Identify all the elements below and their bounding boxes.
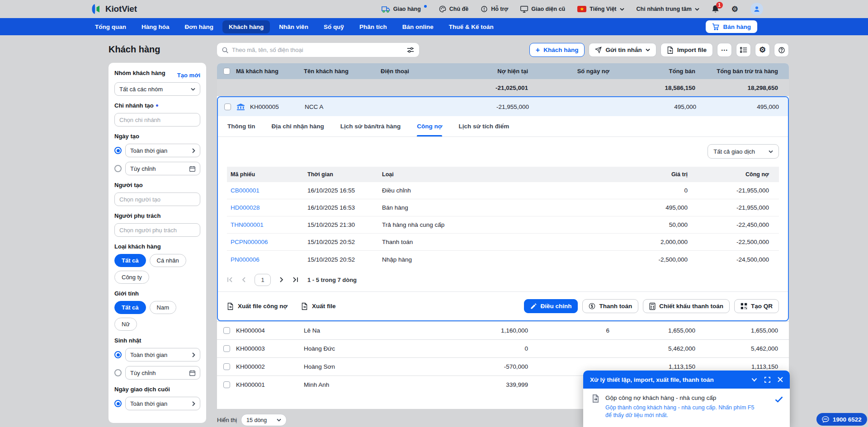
settings-button[interactable]: ⚙︎ xyxy=(731,5,738,13)
delivery-link[interactable]: Giao hàng xyxy=(382,6,427,13)
close-icon[interactable] xyxy=(778,377,783,382)
gender-all-pill[interactable]: Tất cả xyxy=(114,301,146,314)
birthday-label: Sinh nhật xyxy=(114,337,200,344)
next-page-icon[interactable] xyxy=(280,277,283,282)
list-columns-icon xyxy=(740,47,747,53)
sell-button[interactable]: Bán hàng xyxy=(706,20,757,33)
customer-row[interactable]: KH000004 Lê Na 1,160,000 6 1,655,000 1,6… xyxy=(217,321,789,339)
created-all-time-radio[interactable] xyxy=(114,147,122,154)
tab-tich-diem[interactable]: Lịch sử tích điểm xyxy=(458,116,509,136)
assignee-input[interactable]: Chọn người phụ trách xyxy=(114,223,200,237)
document-link[interactable]: PN000006 xyxy=(231,256,307,263)
created-custom-radio[interactable] xyxy=(114,165,122,172)
import-file-button[interactable]: Import file xyxy=(660,43,713,57)
expanded-customer-row[interactable]: KH000005 NCC A -21,955,000 495,000 495,0… xyxy=(218,97,788,116)
gender-male-pill[interactable]: Nam xyxy=(150,301,176,314)
tab-lich-su-ban[interactable]: Lịch sử bán/trả hàng xyxy=(340,116,401,136)
row-checkbox[interactable] xyxy=(224,103,231,110)
filter-sliders-icon[interactable] xyxy=(407,47,414,53)
birthday-custom-radio[interactable] xyxy=(114,369,122,376)
expand-icon[interactable] xyxy=(764,377,770,383)
document-link[interactable]: THN000001 xyxy=(231,221,307,228)
theme-link[interactable]: Chủ đề xyxy=(439,5,468,13)
nav-ban-online[interactable]: Bán online xyxy=(396,20,440,33)
table-settings-button[interactable]: ⚙︎ xyxy=(755,43,770,57)
prev-page-icon[interactable] xyxy=(242,277,245,282)
tab-thong-tin[interactable]: Thông tin xyxy=(227,116,255,136)
nav-thue-ke-toan[interactable]: Thuế & Kế toán xyxy=(443,20,500,33)
nav-so-quy[interactable]: Sổ quỹ xyxy=(317,20,350,33)
current-page[interactable]: 1 xyxy=(255,274,271,286)
nav-phan-tich[interactable]: Phân tích xyxy=(353,20,393,33)
create-group-link[interactable]: Tạo mới xyxy=(177,72,200,79)
row-checkbox[interactable] xyxy=(223,345,230,352)
birthday-all-time-select[interactable]: Toàn thời gian xyxy=(125,348,200,361)
export-file-button[interactable]: Xuất file xyxy=(301,303,336,310)
type-company-pill[interactable]: Công ty xyxy=(114,271,149,284)
pay-button[interactable]: Thanh toán xyxy=(582,299,638,313)
nav-nhan-vien[interactable]: Nhân viên xyxy=(273,20,315,33)
send-message-button[interactable]: Gửi tin nhắn xyxy=(589,43,656,57)
branch-input[interactable]: Chọn chi nhánh xyxy=(114,113,200,127)
chat-bubble-icon xyxy=(822,416,829,422)
select-all-checkbox[interactable] xyxy=(223,68,230,75)
language-selector[interactable]: ★ Tiếng Việt xyxy=(577,6,624,12)
nav-khach-hang[interactable]: Khách hàng xyxy=(222,20,270,33)
notification-item[interactable]: Gộp công nợ khách hàng - nhà cung cấp Gộ… xyxy=(583,389,790,419)
group-select[interactable]: Tất cả các nhóm xyxy=(114,82,200,96)
type-personal-pill[interactable]: Cá nhân xyxy=(150,254,186,267)
collapse-chevron-icon[interactable] xyxy=(751,378,757,382)
tab-dia-chi[interactable]: Địa chỉ nhận hàng xyxy=(271,116,324,136)
transaction-filter-select[interactable]: Tất cả giao dịch xyxy=(708,144,779,159)
gender-label: Giới tính xyxy=(114,290,200,297)
last-tx-all-time-select[interactable]: Toàn thời gian xyxy=(125,397,200,410)
column-settings-button[interactable] xyxy=(736,43,751,57)
adjust-button[interactable]: Điều chỉnh xyxy=(524,299,578,313)
notification-item-title: Gộp công nợ khách hàng - nhà cung cấp xyxy=(605,394,769,401)
merge-file-icon xyxy=(592,394,599,403)
branch-selector[interactable]: Chi nhánh trung tâm xyxy=(637,6,699,12)
add-customer-button[interactable]: + Khách hàng xyxy=(529,43,585,57)
old-ui-link[interactable]: Giao diện cũ xyxy=(520,6,565,13)
tab-cong-no[interactable]: Công nợ xyxy=(417,116,442,136)
table-header-row: Mã khách hàng Tên khách hàng Điện thoại … xyxy=(217,63,789,79)
customer-row[interactable]: KH000003 Hoàng Đức 0 5,462,000 5,462,000 xyxy=(217,339,789,357)
birthday-custom-select[interactable]: Tùy chỉnh xyxy=(125,366,200,380)
created-custom-select[interactable]: Tùy chỉnh xyxy=(125,162,200,175)
kiotviet-logo[interactable]: KiotViet xyxy=(90,3,137,15)
export-debt-file-button[interactable]: Xuất file công nợ xyxy=(227,303,288,310)
nav-hang-hoa[interactable]: Hàng hóa xyxy=(135,20,176,33)
document-link[interactable]: CB000001 xyxy=(231,187,307,194)
more-actions-button[interactable]: ⋯ xyxy=(717,43,732,57)
first-page-icon[interactable] xyxy=(227,277,233,282)
support-link[interactable]: Hỗ trợ xyxy=(481,5,508,13)
last-tx-all-time-radio[interactable] xyxy=(114,400,122,407)
payment-discount-button[interactable]: Chiết khấu thanh toán xyxy=(643,299,730,313)
nav-don-hang[interactable]: Đơn hàng xyxy=(179,20,220,33)
chevron-down-icon xyxy=(620,8,624,11)
rows-per-page-select[interactable]: 15 dòng xyxy=(241,414,287,426)
truck-icon xyxy=(382,6,390,13)
create-qr-button[interactable]: Tạo QR xyxy=(734,299,779,313)
creator-input[interactable]: Chọn người tạo xyxy=(114,192,200,206)
document-link[interactable]: PCPN000006 xyxy=(231,239,307,245)
customer-total: 495,000 xyxy=(617,103,703,110)
support-hotline-button[interactable]: 1900 6522 xyxy=(816,413,867,426)
document-link[interactable]: HD000028 xyxy=(231,204,307,211)
chevron-right-icon xyxy=(192,352,195,357)
user-avatar[interactable] xyxy=(750,3,763,15)
row-checkbox[interactable] xyxy=(223,381,230,388)
help-button[interactable] xyxy=(774,43,789,57)
created-all-time-select[interactable]: Toàn thời gian xyxy=(125,144,200,157)
gender-female-pill[interactable]: Nữ xyxy=(114,318,137,331)
birthday-all-time-radio[interactable] xyxy=(114,351,122,358)
row-checkbox[interactable] xyxy=(223,327,230,334)
type-all-pill[interactable]: Tất cả xyxy=(114,254,146,267)
notifications-button[interactable]: 1 xyxy=(712,5,719,13)
search-input[interactable] xyxy=(232,47,403,53)
row-checkbox[interactable] xyxy=(223,363,230,370)
calendar-icon xyxy=(189,166,195,172)
branch-filter-label: Chi nhánh tạo xyxy=(114,102,200,109)
nav-tong-quan[interactable]: Tổng quan xyxy=(89,20,132,33)
last-page-icon[interactable] xyxy=(292,277,298,282)
